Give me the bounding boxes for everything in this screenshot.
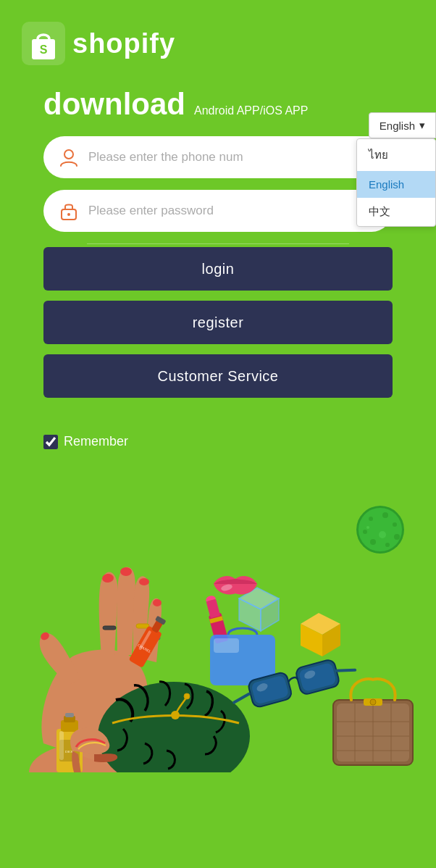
yellow-cube — [301, 613, 340, 656]
language-option-chinese[interactable]: 中文 — [357, 198, 435, 226]
svg-point-55 — [393, 522, 397, 527]
svg-point-14 — [153, 599, 162, 606]
language-button[interactable]: English ▾ — [369, 112, 436, 138]
glass-cube — [239, 588, 279, 631]
svg-point-53 — [369, 517, 373, 521]
divider-1 — [87, 243, 349, 244]
header: S shopify — [0, 0, 436, 72]
svg-point-61 — [379, 531, 386, 538]
svg-point-5 — [67, 213, 70, 216]
svg-point-3 — [64, 150, 73, 159]
remember-section: Remember — [0, 422, 436, 461]
phone-input-group — [43, 136, 393, 178]
register-button[interactable]: register — [43, 301, 393, 344]
svg-point-21 — [184, 693, 190, 699]
svg-point-60 — [366, 526, 369, 529]
password-input-group — [43, 190, 393, 232]
lips-shape — [214, 576, 257, 594]
svg-point-58 — [370, 539, 376, 545]
svg-point-13 — [139, 578, 149, 585]
download-title: download — [43, 87, 185, 122]
login-button[interactable]: login — [43, 247, 393, 291]
password-input[interactable] — [88, 204, 358, 218]
phone-input[interactable] — [88, 150, 378, 164]
shopify-logo-icon: S — [22, 22, 65, 65]
logo-text: shopify — [72, 28, 175, 59]
svg-text:S: S — [40, 43, 48, 56]
svg-point-50 — [370, 699, 376, 705]
handbag — [333, 679, 413, 765]
svg-point-57 — [385, 543, 390, 547]
remember-checkbox[interactable] — [43, 435, 58, 449]
svg-rect-32 — [214, 638, 239, 653]
lock-icon — [58, 200, 80, 222]
bottom-scene: CHANEL — [0, 468, 436, 772]
language-current: English — [380, 120, 415, 132]
remember-label: Remember — [64, 434, 128, 449]
download-subtitle: Android APP/iOS APP — [194, 104, 308, 117]
chevron-down-icon: ▾ — [419, 119, 425, 132]
scene-svg: CHANEL — [0, 468, 436, 772]
person-icon — [58, 146, 80, 168]
language-option-english[interactable]: English — [357, 171, 435, 198]
svg-rect-72 — [65, 713, 74, 717]
svg-rect-28 — [206, 599, 221, 619]
language-dropdown: ไทย English 中文 — [356, 138, 436, 227]
svg-point-12 — [120, 567, 132, 576]
svg-point-54 — [382, 512, 388, 518]
green-ball — [356, 506, 404, 554]
language-selector[interactable]: English ▾ ไทย English 中文 — [369, 112, 436, 138]
svg-rect-17 — [103, 626, 116, 630]
svg-rect-16 — [136, 624, 149, 628]
svg-point-59 — [363, 530, 367, 534]
language-option-thai[interactable]: ไทย — [357, 139, 435, 171]
svg-line-37 — [233, 694, 251, 703]
svg-point-56 — [394, 534, 400, 540]
svg-line-38 — [336, 666, 356, 675]
customer-service-button[interactable]: Customer Service — [43, 354, 393, 398]
svg-rect-75 — [59, 731, 64, 760]
